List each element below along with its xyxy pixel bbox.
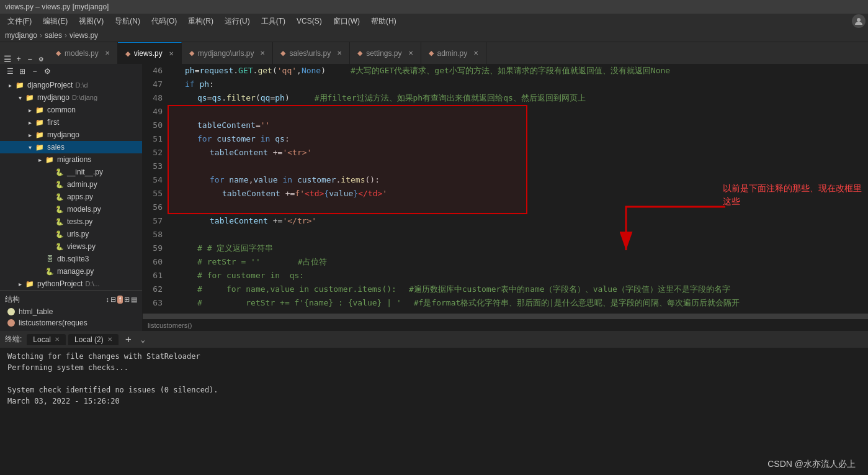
folder-icon: 📁 [25,93,35,102]
tree-label: mydjango [37,93,69,102]
tree-item-first[interactable]: ▸ 📁 first [0,116,142,129]
sort-btn[interactable]: ↕ [105,296,109,304]
tab-close-btn[interactable]: ✕ [105,50,110,57]
structure-item-listcustomers[interactable]: listcustomers(reques [2,317,140,328]
tree-arrow: ▸ [25,119,35,126]
py-file-icon: 🐍 [55,204,65,214]
structure-toolbar: ↕ ⊟ f ⊞ ▤ [105,296,137,304]
folder-icon: 📁 [25,279,35,289]
info-btn[interactable]: f [117,296,123,304]
tree-arrow: ▸ [5,82,15,89]
terminal-tab-local2[interactable]: Local (2) ✕ [68,334,119,345]
expand-btn[interactable]: ▤ [131,296,137,304]
svg-point-0 [857,18,861,22]
tree-label: admin.py [67,180,97,189]
menu-run[interactable]: 运行(U) [220,15,255,28]
structure-item-html-table[interactable]: html_table [2,306,140,317]
tree-item-urls[interactable]: 🐍 urls.py [0,228,142,240]
tree-item-mydjango[interactable]: ▾ 📁 mydjango D:\djang [0,91,142,104]
folder-icon: 📁 [35,142,45,152]
folder-icon: 📁 [45,155,55,165]
sidebar-btn-2[interactable]: ⊞ [17,66,27,76]
minimize-btn[interactable]: − [25,54,35,64]
code-editor: 以前是下面注释的那些、现在改框里 这些 46 47 48 49 50 51 52… [143,64,868,331]
filter-btn[interactable]: ⊞ [124,296,130,304]
tree-label: djangoProject [27,81,73,89]
tree-item-djangoproject[interactable]: ▸ 📁 djangoProject D:\d [0,79,142,91]
menu-file[interactable]: 文件(F) [2,15,37,28]
folder-icon: 📁 [15,80,25,90]
breadcrumb-part2[interactable]: sales [45,31,62,40]
terminal-tab-local1[interactable]: Local ✕ [27,334,66,345]
tab-models-py[interactable]: ◆ models.py ✕ [48,42,118,64]
menu-tools[interactable]: 工具(T) [256,15,290,28]
app-container: views.py – views.py [mydjango] 文件(F) 编辑(… [0,0,868,475]
menu-navigate[interactable]: 导航(N) [110,15,145,28]
tab-views-py[interactable]: ◆ views.py ✕ [118,42,182,64]
tab-close-btn[interactable]: ✕ [408,50,413,57]
tab-close-btn[interactable]: ✕ [337,50,342,57]
tab-close-btn[interactable]: ✕ [169,50,174,57]
tree-item-apps[interactable]: 🐍 apps.py [0,191,142,203]
sidebar-btn-1[interactable]: ☰ [5,66,15,76]
tree-item-db[interactable]: 🗄 db.sqlite3 [0,253,142,265]
horizontal-scrollbar[interactable] [143,314,868,319]
tree-sublabel: D:\d [75,81,87,89]
code-line-48: qs=qs.filter(qq=ph) #用filter过滤方法、如果ph有查询… [172,91,868,105]
menu-view[interactable]: 视图(V) [74,15,109,28]
menu-refactor[interactable]: 重构(R) [183,15,218,28]
folder-icon: 📁 [35,117,45,127]
add-file-btn[interactable]: + [14,54,24,64]
sidebar-btn-3[interactable]: − [30,66,40,76]
tree-item-migrations[interactable]: ▸ 📁 migrations [0,153,142,166]
collapse-btn[interactable]: ⊟ [110,296,116,304]
tabs-bar: ☰ + − ⚙ ◆ models.py ✕ ◆ views.py ✕ ◆ myd… [0,42,868,64]
tab-label: settings.py [366,49,401,58]
sidebar-btn-gear[interactable]: ⚙ [42,66,52,76]
tree-item-mydjango-sub[interactable]: ▸ 📁 mydjango [0,129,142,141]
tree-item-models[interactable]: 🐍 models.py [0,203,142,215]
tree-item-manage[interactable]: 🐍 manage.py [0,265,142,278]
tree-item-views[interactable]: 🐍 views.py [0,240,142,253]
tab-admin[interactable]: ◆ admin.py ✕ [421,42,487,64]
tab-close-btn[interactable]: ✕ [260,50,265,57]
title-text: views.py – views.py [mydjango] [5,2,109,11]
gear-icon[interactable]: ⚙ [36,54,46,64]
breadcrumb-part3[interactable]: views.py [69,31,98,40]
tree-label: apps.py [67,192,93,201]
tree-arrow: ▸ [35,156,45,163]
structure-panel: 结构 ↕ ⊟ f ⊞ ▤ html_table listcustomers(re [0,290,142,331]
tab-mydjango-urls[interactable]: ◆ mydjango\urls.py ✕ [182,42,274,64]
project-tool-btn[interactable]: ☰ [2,54,12,64]
tree-label: db.sqlite3 [57,255,89,263]
tab-close-btn[interactable]: ✕ [473,50,478,57]
menu-edit[interactable]: 编辑(E) [38,15,73,28]
tree-item-init[interactable]: 🐍 __init__.py [0,166,142,178]
terminal-content: Watching for file changes with StatReloa… [0,348,868,409]
main-content: ☰ ⊞ − ⚙ ▸ 📁 djangoProject D:\d ▾ [0,64,868,331]
terminal-add-btn[interactable]: + [121,332,136,347]
py-file-icon: 🐍 [45,266,55,276]
tree-item-admin[interactable]: 🐍 admin.py [0,178,142,191]
terminal-chevron-btn[interactable]: ⌄ [138,335,148,344]
menu-window[interactable]: 窗口(W) [328,15,365,28]
tab-label: mydjango\urls.py [198,49,254,58]
menu-help[interactable]: 帮助(H) [366,15,401,28]
db-file-icon: 🗄 [45,254,55,264]
tree-item-pythonproject[interactable]: ▸ 📁 pythonProject D:\... [0,278,142,290]
tab-close-x[interactable]: ✕ [107,336,112,343]
menu-vcs[interactable]: VCS(S) [292,16,327,27]
code-line-61: # for customer in qs: [172,269,868,283]
editor-bottom-bar: listcustomers() [143,319,868,331]
tab-close-x[interactable]: ✕ [55,336,60,343]
breadcrumb-part1[interactable]: mydjango [5,31,37,40]
tab-label: sales\urls.py [289,49,331,58]
tree-item-sales[interactable]: ▾ 📁 sales [0,141,142,153]
menu-code[interactable]: 代码(O) [146,15,182,28]
tab-sales-urls[interactable]: ◆ sales\urls.py ✕ [273,42,350,64]
user-icon[interactable] [852,14,866,28]
breadcrumb: mydjango › sales › views.py [0,29,868,42]
tree-item-common[interactable]: ▸ 📁 common [0,104,142,116]
tree-item-tests[interactable]: 🐍 tests.py [0,215,142,228]
tab-settings[interactable]: ◆ settings.py ✕ [350,42,421,64]
